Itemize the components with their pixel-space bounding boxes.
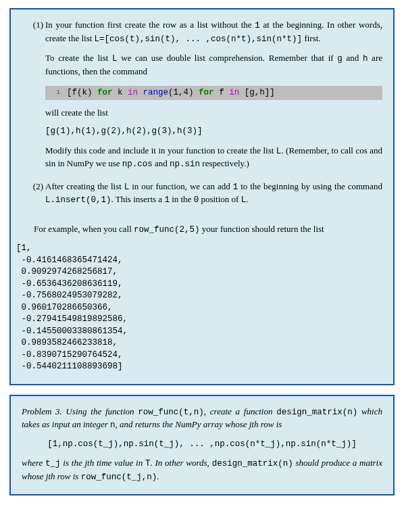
- text: .: [246, 194, 248, 204]
- code-inline: L: [112, 54, 118, 64]
- text: In your function first create the row as…: [45, 20, 255, 30]
- output-list: [1, -0.4161468365471424, 0.9092974268256…: [16, 243, 382, 373]
- text: where: [22, 458, 45, 468]
- problem-3-lead: Problem 3. Using the function row_func(t…: [22, 406, 382, 432]
- text: . In other words,: [150, 458, 211, 468]
- item-1-para-3: will create the list: [45, 107, 382, 119]
- code-content: [f(k) for k in range(1,4) for f in [g,h]…: [67, 87, 275, 99]
- text: in the: [170, 194, 194, 204]
- code-inline: design_matrix(n): [212, 459, 293, 468]
- kw-for: for: [97, 88, 113, 97]
- text: to the beginning by using the command: [238, 181, 382, 191]
- problem-3-center-code: [1,np.cos(t_j),np.sin(t_j), ... ,np.cos(…: [22, 439, 382, 451]
- text: .: [157, 471, 159, 481]
- item-1: (1) In your function first create the ro…: [22, 19, 382, 171]
- code-inline: g: [337, 54, 343, 64]
- code-inline: row_func(t,n): [138, 408, 204, 417]
- text: and: [153, 158, 170, 168]
- problem-3-panel: Problem 3. Using the function row_func(t…: [9, 395, 395, 496]
- problem-3-tail: where t_j is the jth time value in T. In…: [22, 457, 382, 483]
- item-2: (2) After creating the list L in our fun…: [22, 180, 382, 214]
- code-seg: [f(k): [67, 88, 97, 97]
- text: th row is: [48, 471, 80, 481]
- code-lineno: 1: [48, 89, 67, 97]
- text: and: [343, 53, 363, 63]
- text: th row is: [251, 419, 282, 429]
- text: To create the list: [45, 53, 112, 63]
- item-1-para-5: Modify this code and include it in your …: [45, 145, 382, 171]
- text: th time value in: [87, 458, 145, 468]
- text: Modify this code and include it in your …: [45, 145, 276, 155]
- text: Using the function: [62, 406, 138, 416]
- text: position of: [199, 194, 241, 204]
- code-inline: row_func(t_j,n): [81, 473, 157, 482]
- kw-range: range: [143, 88, 169, 97]
- text: , create a function: [204, 406, 276, 416]
- code-inline: L=[cos(t),sin(t), ... ,cos(n*t),sin(n*t)…: [95, 34, 303, 44]
- item-1-para-1: In your function first create the row as…: [45, 19, 382, 45]
- text: After creating the list: [45, 181, 124, 191]
- code-inline: L.insert(0,1): [45, 195, 111, 205]
- code-seg: (1,4): [168, 88, 199, 97]
- text: is the: [61, 458, 85, 468]
- text: we can use double list comprehension. Re…: [118, 53, 338, 63]
- problem-label: Problem 3.: [22, 406, 62, 416]
- item-1-number: (1): [22, 19, 45, 31]
- code-inline: 1: [255, 21, 260, 30]
- text: . This inserts a: [111, 194, 165, 204]
- code-inline: row_func(2,5): [134, 225, 200, 235]
- text: respectively.): [200, 158, 249, 168]
- code-seg: [138, 88, 143, 97]
- text: For example, when you call: [34, 224, 134, 234]
- instruction-panel: (1) In your function first create the ro…: [9, 8, 395, 385]
- code-seg: k: [113, 88, 128, 97]
- kw-in: in: [128, 88, 138, 97]
- code-block: 1 [f(k) for k in range(1,4) for f in [g,…: [45, 86, 382, 101]
- item-2-para-1: After creating the list L in our functio…: [45, 180, 382, 207]
- code-inline: np.cos: [122, 160, 153, 169]
- text: your function should return the list: [200, 224, 324, 234]
- item-1-code-result: [g(1),h(1),g(2),h(2),g(3),h(3)]: [45, 126, 382, 138]
- for-example-line: For example, when you call row_func(2,5)…: [34, 223, 382, 237]
- item-1-para-2: To create the list L we can use double l…: [45, 52, 382, 78]
- code-inline: design_matrix(n): [276, 408, 357, 417]
- code-inline: n: [110, 420, 116, 430]
- text: in our function, we can add: [129, 181, 232, 191]
- code-seg: f: [214, 88, 230, 97]
- code-seg: [g,h]]: [239, 88, 275, 97]
- item-2-number: (2): [22, 180, 45, 193]
- code-inline: t_j: [45, 459, 61, 468]
- text: , and returns the NumPy array whose: [116, 419, 249, 429]
- code-inline: np.sin: [170, 160, 200, 169]
- text: first.: [302, 33, 320, 43]
- kw-in: in: [229, 88, 239, 97]
- kw-for: for: [199, 88, 214, 97]
- code-inline: 1: [164, 195, 170, 205]
